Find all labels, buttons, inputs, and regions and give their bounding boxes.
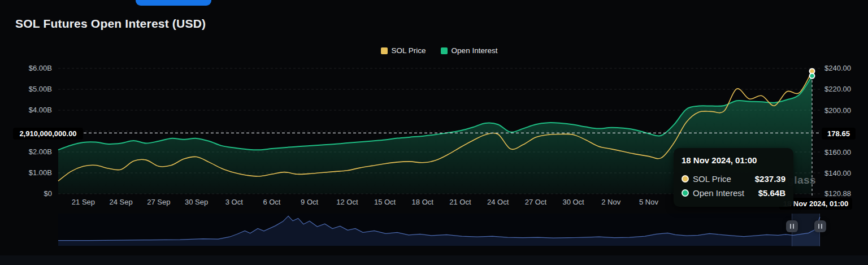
y-axis-left-tick: $0 (0, 189, 52, 198)
open-interest-dot-icon (682, 189, 689, 197)
sol-price-dot-icon (682, 175, 689, 183)
chart-tooltip: 18 Nov 2024, 01:00 SOL Price $237.39 Ope… (674, 148, 793, 207)
chart-page: SOL Futures Open Interest (USD) SOL Pric… (0, 0, 868, 265)
tooltip-row-open-interest: Open Interest $5.64B (682, 186, 785, 200)
crosshair-right-label: 178.65 (822, 128, 856, 140)
x-axis-tick: 5 Nov (626, 198, 671, 206)
y-axis-right-tick: $200.00 (824, 106, 851, 115)
y-axis-left-tick: $5.00B (0, 85, 52, 93)
nav-handle-left[interactable] (786, 220, 798, 232)
tooltip-row-sol-price: SOL Price $237.39 (682, 172, 785, 186)
grip-icon (793, 224, 794, 229)
open-interest-swatch-icon (441, 47, 448, 54)
y-axis-left-tick: $4.00B (0, 106, 52, 114)
y-axis-left-tick: $2.00B (0, 147, 52, 156)
chart-legend: SOL Price Open Interest (58, 46, 820, 55)
open-interest-end-marker (810, 73, 815, 79)
page-title: SOL Futures Open Interest (USD) (15, 17, 206, 31)
y-axis-right-tick: $140.00 (824, 169, 851, 177)
tooltip-date: 18 Nov 2024, 01:00 (682, 155, 785, 165)
crosshair-left-label: 2,910,000,000.00 (13, 128, 83, 140)
top-button-fragment[interactable] (136, 0, 211, 6)
grip-icon (821, 224, 822, 229)
tooltip-series-value: $237.39 (755, 174, 785, 184)
y-axis-right-tick: $120.88 (824, 189, 851, 198)
grip-icon (818, 224, 819, 229)
grip-icon (790, 224, 791, 229)
y-axis-right-tick: $240.00 (824, 64, 851, 72)
nav-handle-right[interactable] (814, 220, 826, 232)
main-chart[interactable] (0, 0, 868, 265)
y-axis-right-tick: $160.00 (824, 148, 851, 157)
legend-item-sol-price[interactable]: SOL Price (381, 46, 426, 55)
legend-label: Open Interest (452, 46, 498, 55)
y-axis-left-tick: $1.00B (0, 168, 52, 177)
y-axis-left-tick: $6.00B (0, 64, 52, 72)
tooltip-series-label: Open Interest (693, 188, 744, 198)
legend-label: SOL Price (392, 46, 426, 55)
sol-price-swatch-icon (381, 47, 388, 54)
tooltip-series-label: SOL Price (693, 174, 731, 184)
legend-item-open-interest[interactable]: Open Interest (441, 46, 498, 55)
y-axis-right-tick: $220.00 (824, 85, 851, 93)
tooltip-series-value: $5.64B (758, 188, 785, 198)
